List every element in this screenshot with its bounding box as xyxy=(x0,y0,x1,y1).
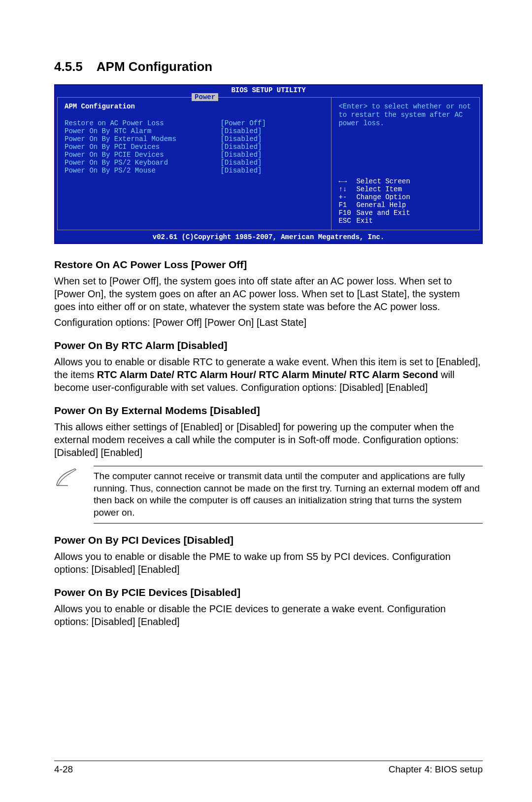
bios-title: BIOS SETUP UTILITY xyxy=(231,86,305,94)
option-description: Allows you to enable or disable the PME … xyxy=(54,550,483,576)
section-number: 4.5.5 xyxy=(54,59,83,74)
option-description: Allows you to enable or disable RTC to g… xyxy=(54,355,483,394)
bios-screenshot: BIOS SETUP UTILITY Power APM Configurati… xyxy=(54,84,483,244)
option-heading: Restore On AC Power Loss [Power Off] xyxy=(54,259,483,271)
option-description: This allows either settings of [Enabled]… xyxy=(54,420,483,459)
page-footer: 4-28 Chapter 4: BIOS setup xyxy=(54,761,483,775)
bios-item[interactable]: Power On By RTC Alarm[Disabled] xyxy=(65,127,324,135)
option-heading: Power On By PCI Devices [Disabled] xyxy=(54,534,483,546)
option-heading: Power On By RTC Alarm [Disabled] xyxy=(54,340,483,351)
bios-item[interactable]: Power On By PCI Devices[Disabled] xyxy=(65,143,324,151)
bios-tab-power[interactable]: Power xyxy=(192,93,218,101)
chapter-label: Chapter 4: BIOS setup xyxy=(389,764,483,775)
bios-item[interactable]: Restore on AC Power Loss[Power Off] xyxy=(65,119,324,127)
section-heading: 4.5.5 APM Configuration xyxy=(54,59,483,74)
bios-item[interactable]: Power On By External Modems[Disabled] xyxy=(65,135,324,143)
pen-icon xyxy=(54,466,94,492)
note-block: The computer cannot receive or transmit … xyxy=(54,466,483,523)
bios-item[interactable]: Power On By PCIE Devices[Disabled] xyxy=(65,151,324,159)
option-description: Allows you to enable or disable the PCIE… xyxy=(54,602,483,628)
option-heading: Power On By External Modems [Disabled] xyxy=(54,405,483,417)
bios-item[interactable]: Power On By PS/2 Mouse[Disabled] xyxy=(65,167,324,174)
section-title-text: APM Configuration xyxy=(97,59,212,74)
bios-section-label: APM Configuration xyxy=(65,103,324,110)
option-heading: Power On By PCIE Devices [Disabled] xyxy=(54,587,483,598)
page-number: 4-28 xyxy=(54,764,73,775)
note-text: The computer cannot receive or transmit … xyxy=(94,466,483,523)
bios-help-text: <Enter> to select whether or not to rest… xyxy=(338,103,472,127)
option-description: When set to [Power Off], the system goes… xyxy=(54,275,483,313)
option-config: Configuration options: [Power Off] [Powe… xyxy=(54,316,483,329)
bios-copyright: v02.61 (C)Copyright 1985-2007, American … xyxy=(55,232,482,243)
bios-item[interactable]: Power On By PS/2 Keyboard[Disabled] xyxy=(65,159,324,167)
bios-key-legend: ←→Select Screen ↑↓Select Item +-Change O… xyxy=(338,177,472,225)
bios-header: BIOS SETUP UTILITY Power xyxy=(55,85,482,95)
